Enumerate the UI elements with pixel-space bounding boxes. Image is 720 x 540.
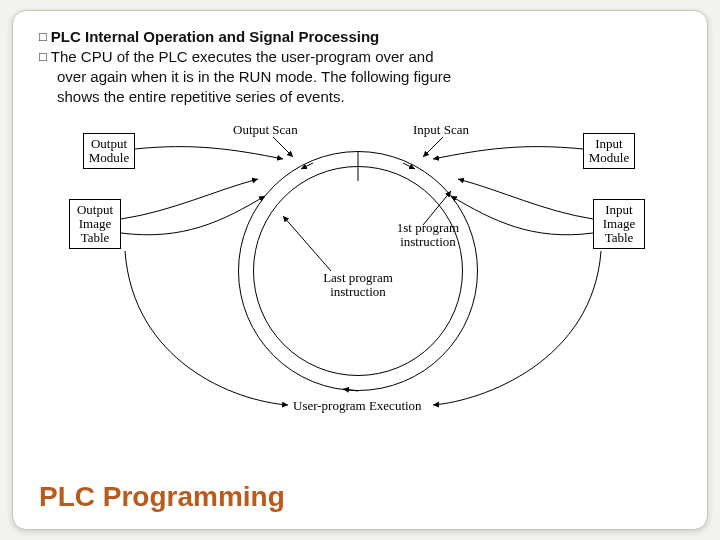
bullet-glyph: □ [39, 27, 47, 47]
figure-connectors [83, 121, 643, 421]
slide-card: □ PLC Internal Operation and Signal Proc… [12, 10, 708, 530]
bullet-heading-row: □ PLC Internal Operation and Signal Proc… [39, 27, 681, 47]
scan-cycle-figure: Output Module Output Image Table Input M… [83, 121, 643, 421]
slide-title: PLC Programming [39, 481, 285, 513]
bullet-glyph: □ [39, 47, 47, 67]
bullet-body-row: □ The CPU of the PLC executes the user-p… [39, 47, 681, 67]
bullet-body-line2: over again when it is in the RUN mode. T… [39, 67, 681, 87]
bullet-body-line1: The CPU of the PLC executes the user-pro… [51, 47, 434, 67]
bullet-heading-text: PLC Internal Operation and Signal Proces… [51, 27, 379, 47]
bullet-body-line3: shows the entire repetitive series of ev… [39, 87, 681, 107]
